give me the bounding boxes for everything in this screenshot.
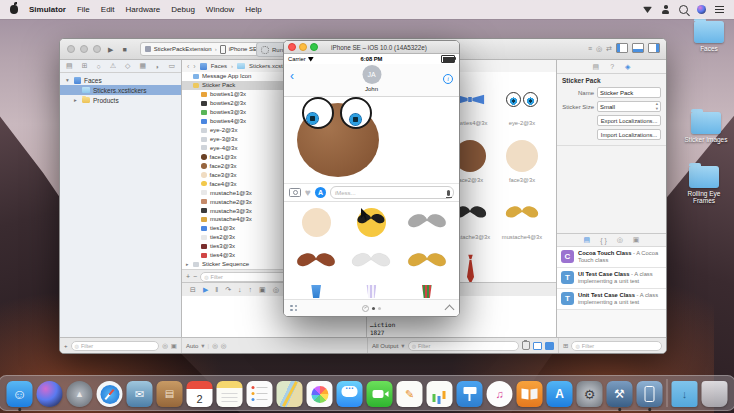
sticker[interactable] <box>345 244 397 278</box>
recents-icon[interactable] <box>362 305 369 312</box>
breadcrumb-project[interactable]: Faces <box>211 63 227 69</box>
sticker-list-row[interactable]: mustache4@3x <box>182 215 295 224</box>
search-navigator-icon[interactable]: ○ <box>97 63 101 70</box>
sticker-list-row[interactable]: ties4@3x <box>182 251 295 260</box>
microphone-icon[interactable] <box>447 190 450 196</box>
sticker[interactable] <box>290 244 342 278</box>
numbers[interactable] <box>427 381 453 407</box>
grid-view-icon[interactable]: ⊞ <box>563 342 568 350</box>
object-library-icon[interactable]: ◎ <box>617 236 623 244</box>
clear-console-icon[interactable] <box>522 341 530 350</box>
back-icon[interactable]: ‹ <box>187 63 189 70</box>
notification-center-icon[interactable] <box>715 6 724 14</box>
library-item[interactable]: T UI Test Case Class - A class implement… <box>557 268 666 289</box>
show-console-pane-button[interactable] <box>545 342 554 350</box>
close-button[interactable] <box>288 43 296 51</box>
sticker-list-row[interactable]: face1@3x <box>182 152 295 161</box>
minimize-button[interactable] <box>299 43 307 51</box>
export-localizations-button[interactable]: Export Localizations... <box>597 115 661 126</box>
mail[interactable] <box>127 381 153 407</box>
facetime[interactable] <box>367 381 393 407</box>
sticker-list-row[interactable]: Sticker Pack <box>182 81 295 90</box>
sticker-list-row[interactable]: mustache3@3x <box>182 206 295 215</box>
zoom-button[interactable] <box>310 43 318 51</box>
appstore[interactable] <box>547 381 573 407</box>
desktop-folder[interactable]: Faces <box>681 21 734 52</box>
canvas-sticker-cell[interactable]: face3@3x <box>498 137 546 187</box>
siri[interactable] <box>37 381 63 407</box>
sticker-list-row[interactable]: ▸ Sticker Sequence <box>182 260 295 269</box>
sticker-list-row[interactable]: mustache1@3x <box>182 188 295 197</box>
notes[interactable] <box>217 381 243 407</box>
navigator-file-row[interactable]: ▸ Products <box>60 95 181 105</box>
sticker-list-row[interactable]: bowties2@3x <box>182 99 295 108</box>
sticker-list-row[interactable]: bowties1@3x <box>182 90 295 99</box>
run-button[interactable]: ▶ <box>106 46 115 53</box>
sticker[interactable] <box>401 205 453 239</box>
messages[interactable] <box>337 381 363 407</box>
canvas-sticker-cell[interactable]: eye-2@3x <box>498 80 546 130</box>
name-field[interactable]: Sticker Pack <box>597 87 661 98</box>
sticker-list-row[interactable]: mustache2@3x <box>182 197 295 206</box>
simulator-title-bar[interactable]: iPhone SE – iOS 10.0 (14A5322e) <box>284 41 459 54</box>
debug-navigator-icon[interactable]: ▦ <box>139 62 146 70</box>
ibooks[interactable] <box>517 381 543 407</box>
quick-help-icon[interactable]: ? <box>610 63 614 70</box>
sticker-list-row[interactable]: bowties3@3x <box>182 108 295 117</box>
info-button[interactable]: i <box>443 74 453 84</box>
menu-item[interactable]: File <box>77 5 90 14</box>
console-output-dropdown[interactable]: All Output <box>372 343 398 349</box>
keynote[interactable] <box>457 381 483 407</box>
sticker-list-row[interactable]: bowties4@3x <box>182 117 295 126</box>
canvas-sticker-cell[interactable]: mustache4@3x <box>498 194 546 244</box>
launchpad[interactable] <box>67 381 93 407</box>
navigator-filter-field[interactable]: ◎Filter <box>71 341 160 351</box>
menu-item[interactable]: Edit <box>101 5 115 14</box>
menu-item[interactable]: Window <box>206 5 234 14</box>
minimize-button[interactable] <box>80 45 88 53</box>
page-control[interactable] <box>298 305 447 312</box>
sysprefs[interactable] <box>577 381 603 407</box>
sticker[interactable] <box>401 244 453 278</box>
recent-files-icon[interactable]: ◎ <box>162 342 168 350</box>
fast-user-switch-icon[interactable] <box>661 5 670 14</box>
sticker[interactable] <box>401 283 453 299</box>
message-input-field[interactable]: iMess... <box>330 186 454 199</box>
calendar[interactable]: 2 <box>187 381 213 407</box>
show-variables-pane-button[interactable] <box>533 342 542 350</box>
menu-item[interactable]: Help <box>245 5 261 14</box>
variables-scope-dropdown[interactable]: Auto <box>186 343 198 349</box>
location-icon[interactable]: ◎ <box>273 286 279 294</box>
attributes-inspector-icon[interactable]: ◈ <box>625 63 630 71</box>
sticker-list-row[interactable]: eye-2@3x <box>182 126 295 135</box>
safari[interactable] <box>97 381 123 407</box>
step-out-icon[interactable]: ↑ <box>249 286 253 293</box>
back-button[interactable]: ‹ <box>290 70 294 82</box>
spotlight-icon[interactable] <box>679 5 688 14</box>
navigator-file-row[interactable]: ▾ Faces <box>60 75 181 85</box>
test-navigator-icon[interactable]: ◇ <box>125 62 130 70</box>
sticker[interactable] <box>290 283 342 299</box>
expand-drawer-icon[interactable] <box>445 305 455 315</box>
breakpoint-navigator-icon[interactable]: ◗ <box>155 63 159 70</box>
divider[interactable] <box>667 379 668 407</box>
siri-icon[interactable] <box>697 5 706 14</box>
step-into-icon[interactable]: ↓ <box>238 286 242 293</box>
version-editor-icon[interactable]: ⇄ <box>606 45 612 52</box>
standard-editor-icon[interactable]: ≡ <box>588 45 592 52</box>
reminders[interactable] <box>247 381 273 407</box>
scm-status-icon[interactable]: ▣ <box>171 342 177 350</box>
step-over-icon[interactable]: ↷ <box>225 286 231 294</box>
contacts[interactable] <box>157 381 183 407</box>
desktop-folder[interactable]: Rolling Eye Frames <box>676 166 732 204</box>
continue-icon[interactable]: ▶ <box>203 286 208 294</box>
assistant-editor-icon[interactable]: ◎ <box>596 45 602 52</box>
add-file-button[interactable]: + <box>64 343 68 349</box>
sticker-list-row[interactable]: face3@3x <box>182 170 295 179</box>
toggle-debug-area-button[interactable] <box>632 43 644 53</box>
sticker-size-dropdown[interactable]: Small▴▾ <box>597 101 661 112</box>
debug-view-icon[interactable]: ▣ <box>259 286 266 294</box>
trash[interactable] <box>702 381 728 407</box>
import-localizations-button[interactable]: Import Localizations... <box>597 129 661 140</box>
finder[interactable] <box>7 381 33 407</box>
